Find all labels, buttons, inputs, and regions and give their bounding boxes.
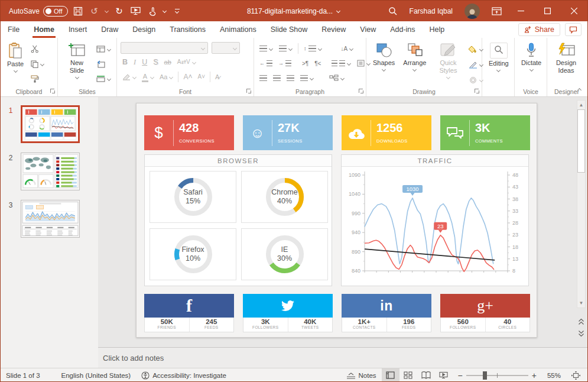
drawing-dialog-launcher[interactable] (475, 89, 480, 94)
reading-view-button[interactable] (417, 368, 435, 382)
share-button[interactable]: Share (518, 23, 560, 36)
tab-design[interactable]: Design (125, 21, 163, 38)
dictate-button[interactable]: Dictate (518, 41, 544, 87)
section-dropdown[interactable] (107, 77, 111, 80)
bullets-button[interactable] (258, 42, 275, 55)
scroll-thumb[interactable] (577, 109, 585, 173)
tab-transitions[interactable]: Transitions (163, 21, 213, 38)
redo-button[interactable]: ↻ (113, 4, 126, 18)
clear-formatting-button[interactable]: A̷ (213, 70, 221, 83)
rtl-button[interactable]: ¶< (313, 57, 323, 70)
kpi-card-conversions[interactable]: $ 428CONVERSIONS (144, 115, 234, 150)
quick-styles-dropdown[interactable] (446, 76, 450, 79)
slide-show-button[interactable] (435, 368, 453, 382)
traffic-panel[interactable]: TRAFFIC 10901040990940890840484338332823… (341, 154, 529, 286)
next-slide-button[interactable] (577, 329, 586, 338)
columns-button[interactable] (330, 57, 353, 70)
accessibility-checker[interactable]: Accessibility: Investigate (136, 368, 232, 382)
justify-button[interactable] (298, 72, 316, 85)
slide-3-preview[interactable] (21, 200, 80, 238)
cut-button[interactable] (29, 43, 46, 56)
arrange-button[interactable]: Arrange (400, 41, 429, 87)
editing-dropdown[interactable] (496, 69, 501, 72)
social-card-google-plus[interactable]: g+ 560FOLLOWERS 40CIRCLES (440, 294, 530, 332)
social-card-twitter[interactable]: 3KFOLLOWERS 40KTWEETS (243, 294, 333, 332)
tab-add-ins[interactable]: Add-ins (383, 21, 422, 38)
ltr-button[interactable]: >¶ (300, 57, 310, 70)
font-name-combo[interactable] (121, 42, 208, 54)
increase-font-button[interactable]: A˄ (181, 70, 194, 83)
fit-slide-button[interactable] (566, 368, 587, 382)
tab-slide-show[interactable]: Slide Show (264, 21, 315, 38)
scroll-down-arrow[interactable]: ▼ (577, 299, 585, 307)
shapes-dropdown[interactable] (382, 68, 386, 71)
align-left-button[interactable] (258, 72, 269, 85)
slide-canvas[interactable]: $ 428CONVERSIONS ☺ 27KSESSIONS 1256DOWNL… (136, 103, 537, 338)
increase-indent-button[interactable]: → (277, 57, 293, 70)
clipboard-dialog-launcher[interactable] (50, 89, 56, 94)
customize-qat-button[interactable] (171, 4, 184, 18)
text-direction-button[interactable]: ↓A (339, 42, 356, 55)
zoom-slider-thumb[interactable] (483, 371, 487, 380)
slide-thumbnail-2[interactable]: 2 (1, 153, 98, 190)
align-right-button[interactable] (285, 72, 296, 85)
undo-button[interactable]: ↺ (88, 4, 101, 18)
user-name[interactable]: Farshad Iqbal (404, 1, 459, 21)
convert-smartart-button[interactable] (327, 72, 346, 85)
donut-card-safari[interactable]: Safari15% (150, 171, 236, 223)
arrange-dropdown[interactable] (412, 68, 417, 71)
slide-1-preview[interactable] (21, 105, 80, 143)
underline-button[interactable]: U (140, 56, 149, 69)
italic-button[interactable]: I (132, 56, 138, 69)
tab-draw[interactable]: Draw (94, 21, 125, 38)
tab-animations[interactable]: Animations (213, 21, 264, 38)
strikethrough-button[interactable]: ab (163, 56, 173, 69)
font-size-combo[interactable] (212, 42, 240, 54)
slide-2-preview[interactable] (21, 153, 80, 190)
decrease-indent-button[interactable]: ← (258, 57, 274, 70)
document-title[interactable]: 8117-digital-marketing-da... (247, 7, 341, 15)
tab-view[interactable]: View (353, 21, 383, 38)
notes-pane[interactable]: Click to add notes (98, 347, 587, 368)
start-slideshow-button[interactable] (129, 4, 142, 18)
zoom-slider[interactable] (466, 375, 528, 376)
font-dialog-launcher[interactable] (246, 89, 252, 94)
tab-home[interactable]: Home (27, 21, 61, 38)
vertical-scrollbar[interactable]: ▲ ▼ (577, 100, 586, 308)
notes-placeholder[interactable]: Click to add notes (103, 354, 164, 362)
font-color-button[interactable]: A (140, 70, 156, 83)
new-slide-button[interactable]: New Slide (61, 41, 92, 87)
paragraph-dialog-launcher[interactable] (359, 89, 364, 94)
undo-dropdown[interactable] (105, 9, 109, 13)
notes-toggle-button[interactable]: Notes (341, 368, 382, 382)
minimize-button[interactable] (508, 1, 534, 21)
character-spacing-button[interactable]: A⇄V (176, 56, 198, 69)
tab-insert[interactable]: Insert (61, 21, 94, 38)
zoom-out-button[interactable]: − (453, 368, 463, 382)
new-slide-dropdown[interactable] (75, 76, 79, 79)
search-button[interactable] (382, 1, 404, 21)
tab-file[interactable]: File (1, 21, 27, 38)
shapes-button[interactable]: Shapes (370, 41, 398, 87)
paste-button[interactable]: Paste (4, 41, 27, 87)
section-button[interactable] (95, 72, 113, 85)
social-card-facebook[interactable]: f 50KFRIENDS 245FEEDS (144, 294, 234, 332)
ribbon-display-options-button[interactable] (486, 1, 508, 21)
editing-button[interactable]: Editing (486, 41, 512, 87)
slide-layout-button[interactable] (95, 43, 113, 56)
donut-card-ie[interactable]: IE30% (241, 228, 328, 280)
kpi-card-sessions[interactable]: ☺ 27KSESSIONS (243, 115, 333, 150)
kpi-card-comments[interactable]: 3KCOMMENTS (440, 115, 530, 150)
account-avatar[interactable] (459, 1, 486, 21)
change-case-button[interactable]: Aa (158, 70, 175, 83)
zoom-in-button[interactable]: + (532, 368, 542, 382)
comments-button[interactable] (565, 23, 581, 36)
text-shadow-button[interactable]: S (151, 56, 160, 69)
design-ideas-button[interactable]: Design Ideas (551, 41, 581, 87)
slide-thumbnail-1[interactable]: 1 (1, 105, 98, 143)
tab-help[interactable]: Help (423, 21, 452, 38)
slide-thumbnail-3[interactable]: 3 (1, 200, 98, 238)
copy-button[interactable] (29, 57, 46, 70)
maximize-button[interactable] (534, 1, 561, 21)
previous-slide-button[interactable] (577, 317, 586, 326)
